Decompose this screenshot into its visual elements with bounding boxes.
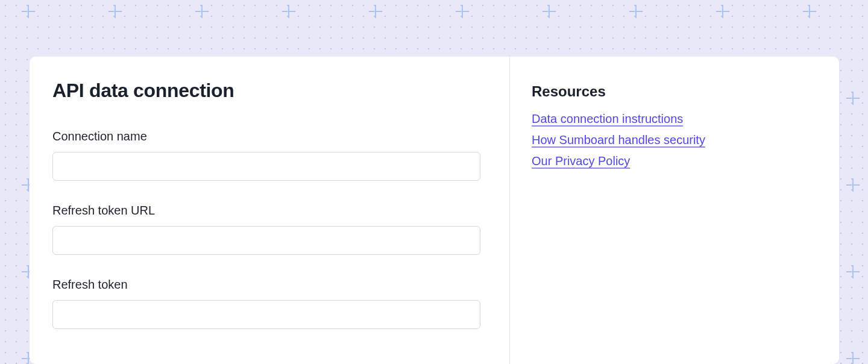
settings-card: API data connection Connection name Refr…	[30, 57, 839, 364]
field-connection-name: Connection name	[52, 130, 486, 181]
connection-name-label: Connection name	[52, 130, 486, 143]
resource-link-privacy[interactable]: Our Privacy Policy	[532, 154, 630, 168]
resources-column: Resources Data connection instructions H…	[510, 57, 839, 364]
resource-link-instructions[interactable]: Data connection instructions	[532, 112, 683, 126]
field-refresh-token-url: Refresh token URL	[52, 204, 486, 255]
resources-title: Resources	[532, 83, 817, 100]
connection-name-input[interactable]	[52, 152, 480, 181]
page-title: API data connection	[52, 80, 486, 102]
refresh-token-url-label: Refresh token URL	[52, 204, 486, 218]
form-column: API data connection Connection name Refr…	[30, 57, 510, 364]
refresh-token-label: Refresh token	[52, 278, 486, 292]
refresh-token-input[interactable]	[52, 300, 480, 329]
refresh-token-url-input[interactable]	[52, 226, 480, 255]
field-refresh-token: Refresh token	[52, 278, 486, 329]
resources-list: Data connection instructions How Sumboar…	[532, 112, 817, 175]
resource-link-security[interactable]: How Sumboard handles security	[532, 133, 705, 147]
